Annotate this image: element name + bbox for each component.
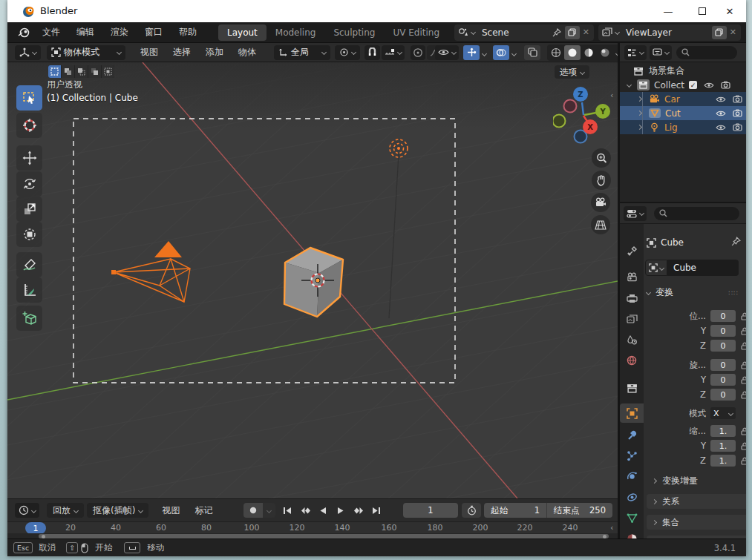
zoom-button[interactable] <box>592 148 611 168</box>
select-mode-subtract[interactable] <box>75 65 88 78</box>
overlays-dropdown[interactable] <box>510 47 518 58</box>
minimize-button[interactable]: — <box>652 0 684 22</box>
overlays-toggle[interactable] <box>493 45 509 60</box>
navigation-gizmo[interactable]: Z Y X <box>553 83 616 148</box>
jump-to-start-button[interactable] <box>279 503 295 518</box>
properties-editor-type-button[interactable] <box>624 206 647 221</box>
tab-tool[interactable] <box>620 241 644 260</box>
proportional-editing-toggle[interactable] <box>411 45 425 60</box>
lock-icon[interactable] <box>741 457 746 465</box>
menu-edit[interactable]: 编辑 <box>68 24 102 41</box>
viewport-3d[interactable]: 选项 用户透视 (1) Collection | Cube Z Y <box>7 62 618 498</box>
pin-icon[interactable] <box>731 237 741 246</box>
workspace-tab-sculpting[interactable]: Sculpting <box>324 24 384 41</box>
shading-material-button[interactable] <box>581 45 597 60</box>
expand-arrow-icon[interactable] <box>637 96 642 102</box>
perspective-toggle-button[interactable] <box>591 215 610 234</box>
play-reverse-button[interactable] <box>315 503 331 518</box>
workspace-tab-modeling[interactable]: Modeling <box>267 24 325 41</box>
timeline-view-menu[interactable]: 视图 <box>154 504 187 517</box>
section-relations[interactable]: 关系 ∷∷ <box>647 494 746 509</box>
scrollbar-handle-right[interactable] <box>603 535 606 538</box>
tool-annotate[interactable] <box>16 252 42 277</box>
shading-solid-button[interactable] <box>564 45 581 60</box>
tool-select-box[interactable] <box>16 85 42 111</box>
scene-browse-button[interactable] <box>454 27 479 37</box>
outliner-row-scene-collection[interactable]: 场景集合 <box>620 64 746 78</box>
viewlayer-name[interactable]: ViewLayer <box>623 27 712 38</box>
collapse-sidebar-icon[interactable]: ‹ <box>610 90 613 100</box>
new-scene-button[interactable] <box>565 26 580 39</box>
blender-menu-logo-icon[interactable] <box>18 27 30 38</box>
playback-menu[interactable]: 回放 <box>47 503 84 518</box>
collection-checkbox[interactable]: ✓ <box>689 81 697 89</box>
tab-physics[interactable] <box>620 467 644 486</box>
gizmos-dropdown[interactable] <box>480 47 488 58</box>
scrollbar-handle-left[interactable] <box>42 535 45 538</box>
tool-scale[interactable] <box>16 197 42 222</box>
section-collections[interactable]: 集合 ∷∷ <box>647 515 746 530</box>
unlink-scene-button[interactable]: ✕ <box>583 27 589 37</box>
current-frame-field[interactable]: 1 <box>403 503 458 518</box>
scale-y-field[interactable]: 1. <box>710 440 736 452</box>
camera-view-button[interactable] <box>591 193 610 212</box>
select-mode-extend[interactable] <box>62 65 74 78</box>
lock-icon[interactable] <box>741 391 746 399</box>
outliner-row-light[interactable]: Lig <box>620 120 746 134</box>
location-y-field[interactable]: 0 <box>710 325 736 337</box>
tool-measure[interactable] <box>16 277 42 303</box>
tab-collection-props[interactable] <box>620 378 644 398</box>
keying-menu[interactable]: 抠像(插帧) <box>87 503 148 518</box>
collapse-timeline-icon[interactable]: ‹ <box>610 523 613 533</box>
menu-render[interactable]: 渲染 <box>102 24 137 41</box>
new-viewlayer-button[interactable] <box>712 26 727 39</box>
stopwatch-icon[interactable] <box>462 503 481 518</box>
timeline-editor-type-button[interactable] <box>15 503 39 518</box>
hide-eye-icon[interactable] <box>716 124 726 131</box>
lock-icon[interactable] <box>741 327 746 335</box>
location-x-field[interactable]: 0 <box>710 310 736 322</box>
outliner-row-cube[interactable]: Cut <box>620 106 746 120</box>
menu-add[interactable]: 添加 <box>198 46 231 59</box>
disable-render-camera-icon[interactable] <box>733 109 742 117</box>
select-mode-intersect[interactable] <box>102 65 114 78</box>
delta-transform-section[interactable]: 变换增量 <box>653 475 698 487</box>
tab-object[interactable] <box>620 403 644 423</box>
frame-start-field[interactable]: 起始1 <box>484 503 547 518</box>
tab-output[interactable] <box>620 289 644 308</box>
workspace-tab-layout[interactable]: Layout <box>218 24 267 41</box>
tab-world[interactable] <box>620 351 644 370</box>
lock-icon[interactable] <box>741 361 746 369</box>
shading-wireframe-button[interactable] <box>548 45 564 60</box>
outliner-search-input[interactable] <box>676 46 737 59</box>
disable-render-camera-icon[interactable] <box>721 81 730 89</box>
snap-with-dropdown[interactable] <box>382 45 405 60</box>
menu-view[interactable]: 视图 <box>133 46 166 59</box>
tab-scene[interactable] <box>620 330 644 349</box>
tab-modifiers[interactable] <box>620 425 644 444</box>
scale-x-field[interactable]: 1. <box>710 425 736 437</box>
expand-arrow-icon[interactable] <box>637 111 642 116</box>
gizmos-toggle[interactable] <box>463 45 480 60</box>
rotation-z-field[interactable]: 0 <box>710 389 736 401</box>
lock-icon[interactable] <box>741 427 746 435</box>
timeline-ruler[interactable]: 20 40 60 80 100 120 140 160 180 200 220 … <box>7 521 618 533</box>
workspace-tab-uv-editing[interactable]: UV Editing <box>384 24 448 41</box>
disable-render-camera-icon[interactable] <box>733 95 742 103</box>
menu-window[interactable]: 窗口 <box>137 24 171 41</box>
object-type-dropdown[interactable] <box>645 260 667 276</box>
properties-search-input[interactable] <box>654 207 739 220</box>
rotation-mode-dropdown[interactable]: X <box>710 407 736 419</box>
viewlayer-browse-button[interactable] <box>598 27 623 37</box>
tool-cursor[interactable] <box>16 113 42 138</box>
breadcrumb-object-name[interactable]: Cube <box>661 237 684 248</box>
lock-icon[interactable] <box>741 342 746 350</box>
auto-key-record-button[interactable] <box>243 503 263 518</box>
orientation-dropdown[interactable]: 全局 <box>274 45 330 60</box>
timeline-marker-menu[interactable]: 标记 <box>187 504 220 517</box>
outliner-row-camera[interactable]: Car <box>620 92 746 106</box>
outliner-editor-type-button[interactable] <box>624 45 647 60</box>
tab-render[interactable] <box>620 267 644 286</box>
prev-keyframe-button[interactable] <box>297 503 313 518</box>
location-z-field[interactable]: 0 <box>710 340 736 352</box>
